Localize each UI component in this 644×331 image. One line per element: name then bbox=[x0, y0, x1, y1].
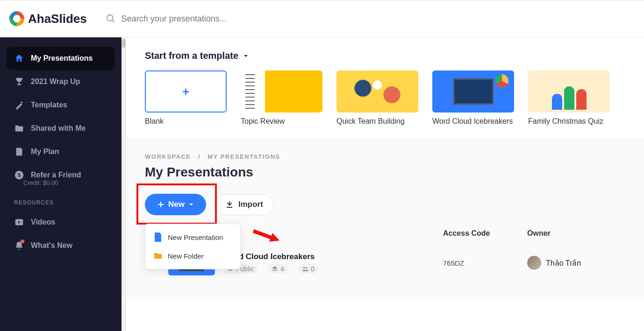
brand-logo[interactable]: AhaSlides bbox=[9, 11, 87, 26]
sidebar-item-label: 2021 Wrap Up bbox=[31, 77, 80, 86]
video-icon bbox=[14, 217, 24, 227]
folder-icon bbox=[154, 251, 162, 261]
dropdown-item-label: New Folder bbox=[168, 252, 204, 260]
template-thumb-icon bbox=[241, 70, 322, 113]
sidebar-item-label: What's New bbox=[31, 241, 72, 250]
template-thumb-icon bbox=[432, 70, 514, 113]
sidebar-item-videos[interactable]: Videos bbox=[7, 211, 115, 234]
breadcrumb-sep: / bbox=[198, 153, 200, 160]
breadcrumb-current: MY PRESENTATIONS bbox=[208, 153, 280, 160]
access-code: 765DZ bbox=[443, 259, 527, 267]
svg-line-1 bbox=[112, 20, 114, 22]
logo-mark-icon bbox=[9, 11, 24, 26]
col-access-code: Access Code bbox=[443, 229, 527, 238]
owner-name: Thảo Trần bbox=[546, 259, 581, 268]
slides-count-badge: 4 bbox=[268, 264, 288, 274]
import-button-label: Import bbox=[238, 200, 263, 209]
sidebar-item-label: Templates bbox=[31, 101, 67, 109]
template-blank[interactable]: + Blank bbox=[145, 70, 227, 126]
sidebar-item-my-plan[interactable]: My Plan bbox=[7, 140, 115, 163]
template-label: Blank bbox=[145, 117, 227, 126]
breadcrumb: WORKSPACE / MY PRESENTATIONS bbox=[145, 153, 625, 160]
sidebar-item-label: My Plan bbox=[31, 148, 59, 156]
brand-name: AhaSlides bbox=[28, 12, 87, 26]
dropdown-new-presentation[interactable]: New Presentation bbox=[145, 228, 240, 246]
template-topic-review[interactable]: Topic Review bbox=[241, 70, 322, 126]
search-icon bbox=[106, 14, 116, 24]
file-icon bbox=[154, 232, 162, 242]
template-thumb-icon bbox=[528, 70, 610, 113]
download-icon bbox=[225, 200, 234, 209]
chevron-down-icon bbox=[243, 53, 249, 59]
sidebar-item-wrap-up[interactable]: 2021 Wrap Up bbox=[7, 70, 115, 93]
search-bar bbox=[106, 14, 635, 24]
invoice-icon bbox=[14, 147, 24, 157]
home-icon bbox=[14, 53, 24, 63]
resources-heading: RESOURCES bbox=[14, 199, 107, 206]
scrollbar-track[interactable] bbox=[122, 37, 126, 331]
dropdown-item-label: New Presentation bbox=[168, 233, 223, 241]
template-quick-team[interactable]: Quick Team Building bbox=[336, 70, 418, 126]
sidebar-item-label: Videos bbox=[31, 218, 55, 226]
sidebar-item-whats-new[interactable]: What's New bbox=[7, 234, 115, 257]
import-button[interactable]: Import bbox=[215, 194, 274, 215]
sidebar-item-label: Refer a Friend bbox=[31, 171, 81, 179]
wand-icon bbox=[14, 100, 24, 110]
page-title: My Presentations bbox=[145, 165, 625, 180]
trophy-icon bbox=[14, 77, 24, 87]
search-input[interactable] bbox=[122, 14, 308, 24]
folder-shared-icon bbox=[14, 123, 24, 134]
sidebar-item-label: My Presentations bbox=[31, 54, 93, 63]
breadcrumb-root[interactable]: WORKSPACE bbox=[145, 153, 191, 160]
plus-icon: + bbox=[145, 70, 227, 113]
sidebar-item-label: Shared with Me bbox=[31, 124, 86, 133]
main-content: Start from a template + Blank Topic Revi… bbox=[126, 37, 644, 331]
templates-title: Start from a template bbox=[145, 50, 238, 61]
svg-text:$: $ bbox=[18, 172, 21, 178]
svg-point-6 bbox=[306, 267, 308, 269]
layers-icon bbox=[272, 266, 278, 272]
dropdown-new-folder[interactable]: New Folder bbox=[145, 246, 240, 265]
templates-header[interactable]: Start from a template bbox=[145, 50, 625, 61]
sidebar: My Presentations 2021 Wrap Up Templates … bbox=[0, 37, 122, 331]
new-dropdown: New Presentation New Folder bbox=[145, 224, 241, 269]
actions-bar: New Import New Presentation New Folder bbox=[145, 194, 625, 215]
template-label: Family Christmas Quiz bbox=[528, 117, 610, 126]
participants-badge: 0 bbox=[298, 264, 318, 274]
annotation-highlight bbox=[136, 183, 217, 225]
svg-point-5 bbox=[303, 267, 305, 269]
template-family-christmas[interactable]: Family Christmas Quiz bbox=[528, 70, 610, 126]
template-thumb-icon bbox=[336, 70, 418, 113]
svg-point-0 bbox=[107, 15, 113, 21]
sidebar-item-my-presentations[interactable]: My Presentations bbox=[7, 47, 115, 70]
workspace-section: WORKSPACE / MY PRESENTATIONS My Presenta… bbox=[126, 139, 644, 298]
sidebar-item-templates[interactable]: Templates bbox=[7, 93, 115, 117]
users-icon bbox=[302, 266, 308, 272]
template-label: Quick Team Building bbox=[336, 117, 418, 126]
presentation-title: Word Cloud Icebreakers bbox=[223, 252, 443, 261]
credit-text: Credit: $0.00 bbox=[23, 179, 115, 186]
notification-dot-icon bbox=[21, 239, 24, 243]
top-bar: AhaSlides bbox=[0, 0, 644, 37]
col-owner: Owner bbox=[527, 229, 621, 238]
avatar bbox=[527, 256, 541, 270]
sidebar-item-shared[interactable]: Shared with Me bbox=[7, 117, 115, 140]
templates-section: Start from a template + Blank Topic Revi… bbox=[126, 37, 644, 139]
template-label: Topic Review bbox=[241, 117, 322, 126]
template-label: Word Cloud Icebreakers bbox=[432, 117, 514, 126]
template-word-cloud[interactable]: Word Cloud Icebreakers bbox=[432, 70, 514, 126]
dollar-circle-icon: $ bbox=[14, 170, 24, 180]
